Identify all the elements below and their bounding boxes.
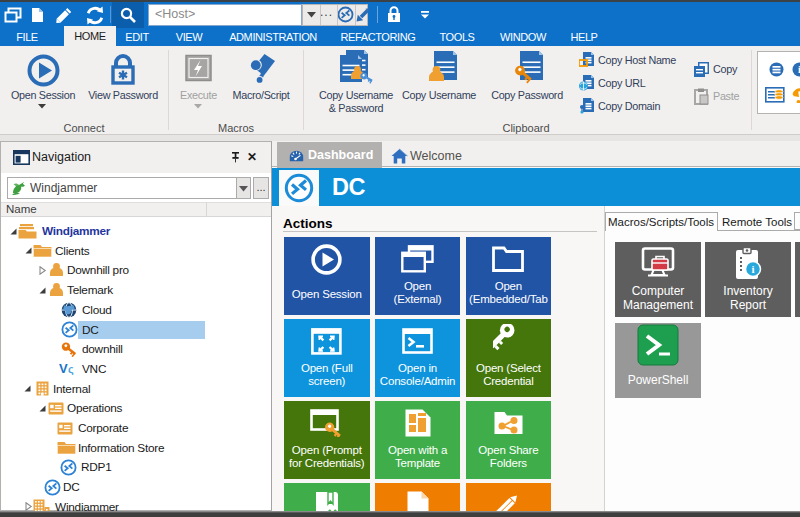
svg-text:ς: ς bbox=[68, 363, 74, 375]
svg-text:i: i bbox=[751, 263, 754, 275]
svg-text:V: V bbox=[59, 362, 68, 375]
